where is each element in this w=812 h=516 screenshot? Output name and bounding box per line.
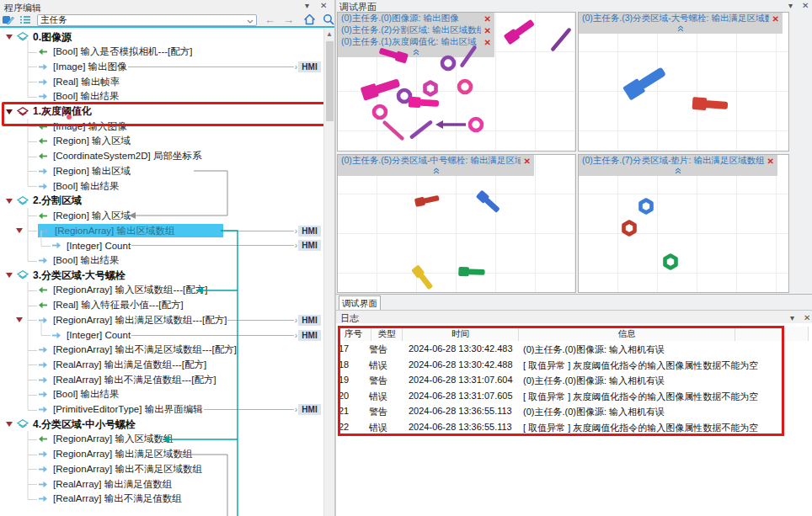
- tree-item[interactable]: [RegionArray] 输出满足区域数组---[配方]›HMI: [0, 312, 323, 327]
- log-cell-index: 20: [339, 391, 349, 401]
- tree-item[interactable]: [RegionArray] 输入区域数组---[配方]: [0, 283, 323, 298]
- hmi-wire: [131, 335, 294, 336]
- log-row[interactable]: 18错误2024-06-28 13:30:42.488[ 取值异常 ] 灰度阈值…: [336, 358, 809, 373]
- expander-icon[interactable]: [6, 199, 13, 204]
- image-view-3[interactable]: (0)主任务.(5)分类区域-中号螺栓: 输出满足区域数组✕: [337, 154, 576, 293]
- task-selector-value: 主任务: [40, 14, 67, 26]
- log-row[interactable]: 17警告2024-06-28 13:30:42.483(0)主任务.(0)图像源…: [336, 342, 809, 357]
- log-cell-message: [ 取值异常 ] 灰度阈值化指令的输入图像属性数据不能为空: [523, 422, 758, 434]
- forward-button[interactable]: →: [283, 14, 294, 25]
- tree-item-label: [Image] 输出图像: [53, 61, 127, 73]
- log-row[interactable]: 19警告2024-06-28 13:31:07.604(0)主任务.(0)图像源…: [336, 373, 809, 388]
- tree-item[interactable]: [Region] 输出区域: [0, 163, 323, 178]
- tree-group-label: 2.分割区域: [33, 194, 82, 208]
- tree-group-header[interactable]: 1.灰度阈值化: [0, 104, 323, 120]
- tree-item[interactable]: [Region] 输入区域: [0, 208, 323, 223]
- expander-icon[interactable]: [6, 273, 13, 278]
- tree-item-label: [Bool] 输入是否模拟相机---[配方]: [53, 45, 192, 58]
- log-cell-message: (0)主任务.(0)图像源: 输入相机有误: [523, 406, 665, 418]
- tree-item[interactable]: [Bool] 输出结果: [0, 89, 323, 104]
- tree-item[interactable]: [RegionArray] 输出区域数组›HMI: [0, 223, 323, 238]
- close-icon[interactable]: ✕: [804, 313, 810, 322]
- scroll-up-icon[interactable]: ▲: [324, 28, 334, 38]
- log-cell-type: 错误: [369, 391, 387, 403]
- output-arrow-icon: [38, 183, 48, 190]
- hmi-badge: HMI: [298, 330, 321, 341]
- tree-item-label: [PrimitiveEditorType] 输出界面编辑: [53, 403, 203, 416]
- tree-item[interactable]: [RegionArray] 输出不满足区域数组: [0, 461, 323, 476]
- dropdown-icon[interactable]: ▾: [305, 1, 309, 10]
- switch-view-button[interactable]: [0, 13, 17, 26]
- log-table: 序号类型时间信息17警告2024-06-28 13:30:42.483(0)主任…: [336, 323, 812, 516]
- log-row[interactable]: 21警告2024-06-28 13:36:55.113(0)主任务.(0)图像源…: [336, 404, 809, 419]
- task-selector[interactable]: 主任务: [37, 14, 257, 26]
- expander-icon[interactable]: [16, 228, 23, 233]
- tree-item[interactable]: [Bool] 输出结果: [0, 178, 323, 194]
- image-view-1[interactable]: (0)主任务.(0)图像源: 输出图像✕(0)主任务.(2)分割区域: 输出区域…: [337, 12, 576, 152]
- tree-item[interactable]: [RealArray] 输出不满足值数组: [0, 492, 323, 507]
- tree-item[interactable]: [RealArray] 输出不满足值数组---[配方]: [0, 372, 323, 387]
- list-button[interactable]: [17, 13, 34, 26]
- output-arrow-icon: [51, 332, 61, 339]
- image-view-4[interactable]: (0)主任务.(7)分类区域-垫片: 输出满足区域数组✕: [578, 154, 789, 293]
- output-arrow-icon: [40, 227, 50, 235]
- tree-group-header[interactable]: 4.分类区域-中小号螺栓: [0, 417, 323, 432]
- output-arrow-icon: [38, 450, 48, 458]
- tree-item[interactable]: [Image] 输入图像: [0, 119, 323, 134]
- log-row[interactable]: 20错误2024-06-28 13:31:07.605[ 取值异常 ] 灰度阈值…: [336, 389, 809, 404]
- tree-item[interactable]: [Integer] Count›HMI: [0, 327, 323, 343]
- tree-item[interactable]: [RealArray] 输出满足值数组---[配方]: [0, 357, 323, 372]
- log-title-label: 日志: [340, 313, 359, 323]
- tree-item[interactable]: [Real] 输入特征最小值---[配方]: [0, 298, 323, 313]
- log-cell-index: 22: [339, 422, 349, 432]
- tree-item-label: [Region] 输出区域: [53, 165, 131, 178]
- tree-item-label: [RegionArray] 输出不满足区域数组---[配方]: [53, 343, 237, 356]
- tree-item-label: [RealArray] 输出不满足值数组: [53, 492, 182, 505]
- back-button[interactable]: ←: [264, 14, 275, 25]
- input-arrow-icon: [38, 212, 48, 220]
- scrollbar-thumb[interactable]: [326, 41, 334, 121]
- dropdown-icon[interactable]: ▾: [790, 313, 794, 322]
- close-icon[interactable]: ✕: [320, 1, 327, 10]
- log-cell-time: 2024-06-28 13:36:55.113: [409, 422, 512, 432]
- tree-item[interactable]: [Real] 输出帧率: [0, 74, 323, 89]
- wire-arrow-icon: ›: [295, 62, 297, 72]
- tree-item[interactable]: [PrimitiveEditorType] 输出界面编辑›HMI: [0, 402, 323, 418]
- expander-icon[interactable]: [6, 35, 13, 40]
- tree-item[interactable]: [RegionArray] 输出不满足区域数组---[配方]: [0, 343, 323, 358]
- expander-icon[interactable]: [16, 317, 23, 322]
- input-arrow-icon: [38, 137, 48, 145]
- tree-scrollbar[interactable]: ▲: [323, 28, 334, 516]
- tree-item[interactable]: [Bool] 输入是否模拟相机---[配方]: [0, 45, 323, 60]
- tree-item-label: [Integer] Count: [67, 330, 131, 340]
- tree-item[interactable]: [Integer] Count›HMI: [0, 238, 323, 253]
- log-row[interactable]: 22错误2024-06-28 13:36:55.113[ 取值异常 ] 灰度阈值…: [336, 420, 809, 435]
- tree-group-header[interactable]: 0.图像源: [0, 29, 323, 45]
- view-canvas: [338, 155, 575, 292]
- tree-item[interactable]: [RealArray] 输出满足值数组: [0, 476, 323, 492]
- tree-item[interactable]: [Bool] 输出结果: [0, 253, 323, 269]
- close-icon[interactable]: ✕: [802, 1, 809, 10]
- tree-item-label: [Bool] 输出结果: [53, 90, 120, 103]
- tab-debug-view[interactable]: 调试界面: [339, 295, 381, 311]
- output-arrow-icon: [38, 481, 48, 488]
- wire-arrow-icon: ›: [295, 405, 297, 414]
- log-cell-message: [ 取值异常 ] 灰度阈值化指令的输入图像属性数据不能为空: [523, 391, 758, 403]
- search-button[interactable]: [323, 13, 334, 27]
- tree-item[interactable]: [Image] 输出图像›HMI: [0, 59, 323, 74]
- tree-item[interactable]: [Region] 输入区域: [0, 134, 323, 149]
- tree-item[interactable]: [Bool] 输出结果: [0, 387, 323, 402]
- tree-group-header[interactable]: 3.分类区域-大号螺栓: [0, 268, 323, 283]
- output-arrow-icon: [38, 376, 48, 384]
- home-button[interactable]: [303, 13, 316, 27]
- log-cell-index: 21: [339, 406, 349, 416]
- tree-group-header[interactable]: 2.分割区域: [0, 194, 323, 209]
- tree-item[interactable]: [RegionArray] 输入区域数组: [0, 432, 323, 447]
- hmi-wire: [128, 66, 294, 67]
- tree-item[interactable]: [CoordinateSystem2D] 局部坐标系: [0, 149, 323, 164]
- expander-icon[interactable]: [6, 422, 13, 427]
- tree-item[interactable]: [RegionArray] 输出满足区域数组: [0, 447, 323, 462]
- dropdown-icon[interactable]: ▾: [788, 1, 793, 10]
- image-view-2[interactable]: (0)主任务.(3)分类区域-大号螺栓: 输出满足区域数组✕: [578, 12, 789, 152]
- expander-icon[interactable]: [6, 109, 13, 114]
